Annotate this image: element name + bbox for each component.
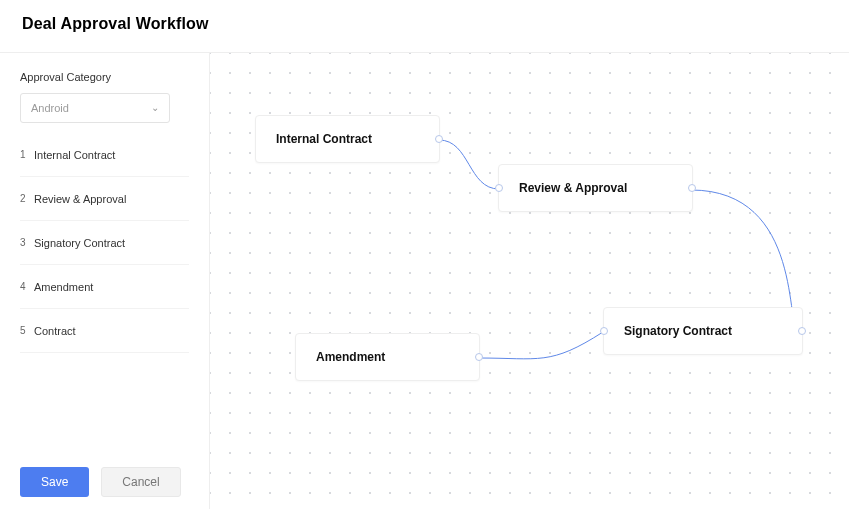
node-label: Review & Approval <box>519 181 627 195</box>
page-title: Deal Approval Workflow <box>22 15 827 33</box>
category-select[interactable]: Android ⌄ <box>20 93 170 123</box>
step-number: 5 <box>20 325 34 336</box>
connector-internal-to-review <box>439 140 499 189</box>
step-item-signatory-contract[interactable]: 3 Signatory Contract <box>20 221 189 265</box>
step-number: 2 <box>20 193 34 204</box>
step-number: 4 <box>20 281 34 292</box>
save-button[interactable]: Save <box>20 467 89 497</box>
step-item-internal-contract[interactable]: 1 Internal Contract <box>20 133 189 177</box>
node-label: Amendment <box>316 350 385 364</box>
node-label: Signatory Contract <box>624 324 732 338</box>
step-item-amendment[interactable]: 4 Amendment <box>20 265 189 309</box>
step-label: Amendment <box>34 281 93 293</box>
step-item-contract[interactable]: 5 Contract <box>20 309 189 353</box>
workflow-canvas[interactable]: Internal Contract Review & Approval Sign… <box>210 53 849 509</box>
node-label: Internal Contract <box>276 132 372 146</box>
node-port-right[interactable] <box>475 353 483 361</box>
node-internal-contract[interactable]: Internal Contract <box>255 115 440 163</box>
node-port-left[interactable] <box>600 327 608 335</box>
node-port-left[interactable] <box>495 184 503 192</box>
cancel-button[interactable]: Cancel <box>101 467 180 497</box>
step-label: Review & Approval <box>34 193 126 205</box>
approval-category-label: Approval Category <box>20 71 189 83</box>
step-label: Internal Contract <box>34 149 115 161</box>
node-review-approval[interactable]: Review & Approval <box>498 164 693 212</box>
step-list: 1 Internal Contract 2 Review & Approval … <box>20 133 189 353</box>
chevron-down-icon: ⌄ <box>151 103 159 113</box>
sidebar: Approval Category Android ⌄ 1 Internal C… <box>0 53 210 509</box>
header: Deal Approval Workflow <box>0 0 849 53</box>
step-item-review-approval[interactable]: 2 Review & Approval <box>20 177 189 221</box>
step-number: 1 <box>20 149 34 160</box>
node-port-right[interactable] <box>798 327 806 335</box>
node-port-right[interactable] <box>688 184 696 192</box>
connector-amendment-to-signatory <box>478 332 603 359</box>
step-label: Contract <box>34 325 76 337</box>
node-port-right[interactable] <box>435 135 443 143</box>
node-signatory-contract[interactable]: Signatory Contract <box>603 307 803 355</box>
sidebar-buttons: Save Cancel <box>20 467 181 497</box>
step-number: 3 <box>20 237 34 248</box>
node-amendment[interactable]: Amendment <box>295 333 480 381</box>
body: Approval Category Android ⌄ 1 Internal C… <box>0 53 849 509</box>
step-label: Signatory Contract <box>34 237 125 249</box>
category-select-value: Android <box>31 102 69 114</box>
